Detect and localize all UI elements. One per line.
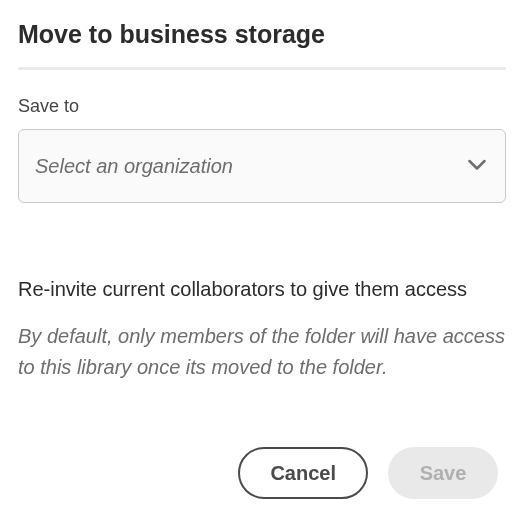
- save-button: Save: [388, 447, 498, 499]
- save-to-label: Save to: [18, 96, 506, 117]
- organization-select-box[interactable]: Select an organization: [18, 129, 506, 203]
- organization-placeholder: Select an organization: [35, 155, 233, 178]
- divider: [18, 67, 506, 70]
- cancel-button[interactable]: Cancel: [238, 447, 368, 499]
- button-row: Cancel Save: [18, 447, 506, 499]
- dialog-title: Move to business storage: [18, 20, 506, 49]
- organization-select[interactable]: Select an organization: [18, 129, 506, 203]
- reinvite-heading: Re-invite current collaborators to give …: [18, 275, 506, 303]
- reinvite-description: By default, only members of the folder w…: [18, 321, 506, 383]
